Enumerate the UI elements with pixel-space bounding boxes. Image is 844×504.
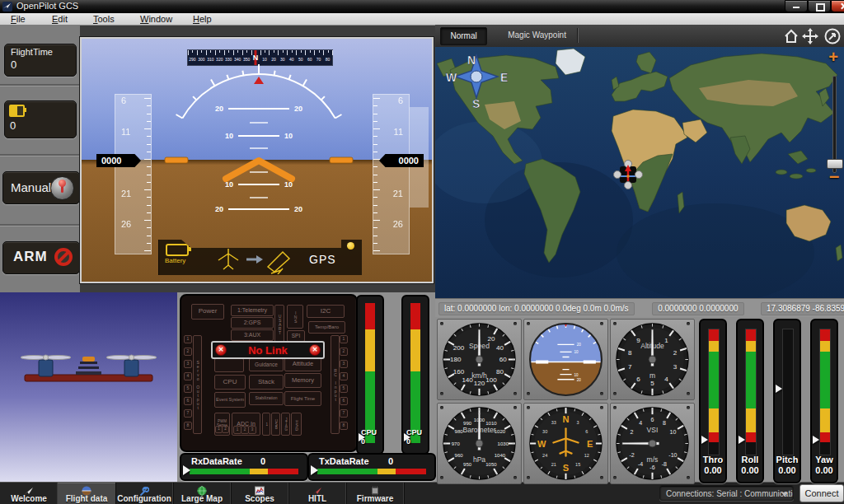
joystick-icon — [50, 176, 74, 200]
svg-text:-4: -4 — [638, 461, 643, 467]
stick-segment — [746, 408, 756, 432]
connections-dropdown[interactable]: Connections: Serial : Communications ... — [659, 485, 794, 501]
arm-button[interactable]: ARM — [2, 241, 80, 274]
health-box-servo: Servo Output — [193, 335, 202, 434]
stick-segment — [746, 432, 756, 442]
wrench-icon — [139, 484, 149, 494]
health-box-usart3: 3:AUX — [231, 329, 274, 341]
error-x-icon: ✕ — [215, 344, 227, 356]
svg-text:5: 5 — [650, 380, 654, 387]
cpu-value: 0 — [361, 437, 365, 446]
stick-segment — [746, 352, 756, 408]
taskbar-tab-hitl[interactable]: HITL — [288, 483, 347, 504]
svg-text:6: 6 — [636, 376, 640, 383]
screw — [687, 406, 690, 409]
quadcopter-model — [0, 292, 177, 482]
window-title: OpenPilot GCS — [16, 1, 78, 11]
svg-text:10: 10 — [225, 132, 233, 140]
map-canvas[interactable]: N W E S — [435, 47, 844, 298]
flight-mode-button[interactable]: Manual — [2, 171, 80, 204]
svg-text:20: 20 — [294, 205, 302, 213]
health-box-ftime: Flight Time — [284, 391, 321, 406]
cpu-track — [410, 303, 420, 443]
map-pan-icon[interactable] — [801, 27, 819, 45]
svg-text:120: 120 — [474, 380, 485, 387]
svg-text:950: 950 — [463, 462, 472, 467]
menu-edit[interactable]: Edit — [45, 13, 75, 25]
stick-label: Thro — [701, 455, 725, 464]
svg-text:S: S — [563, 463, 569, 473]
stick-track — [782, 329, 794, 455]
screw — [513, 476, 517, 479]
model-3d-view[interactable] — [0, 292, 177, 482]
health-box-tempbaro: Temp/Baro — [308, 321, 345, 334]
taskbar-tab-label: Scopes — [231, 494, 288, 503]
map-tab-normal[interactable]: Normal — [440, 27, 487, 45]
svg-text:E: E — [500, 71, 508, 84]
connections-label: Connections: Serial : Communications ... — [666, 489, 794, 498]
health-box-usart: USART — [274, 305, 284, 343]
rate-label: TxDataRate — [319, 456, 369, 466]
connect-button[interactable]: Connect — [799, 484, 844, 502]
svg-text:21: 21 — [551, 462, 556, 467]
taskbar-tab-scopes[interactable]: Scopes — [231, 483, 289, 504]
stick-value: 0.00 — [701, 465, 725, 475]
data-rate-rx: RxDataRate0 — [180, 453, 308, 481]
menu-tools[interactable]: Tools — [86, 13, 122, 25]
gps-status-led — [347, 242, 354, 250]
taskbar-tab-firmware[interactable]: Firmware — [346, 483, 405, 504]
map-tab-magic-waypoint[interactable]: Magic Waypoint — [494, 27, 580, 44]
rate-bar-segment — [377, 469, 396, 474]
flight-mode-label: Manual — [11, 180, 51, 194]
cpu-segment — [410, 303, 420, 329]
stick-segment — [820, 341, 830, 352]
map-zoom-out-button[interactable]: – — [828, 172, 841, 184]
screw — [613, 322, 617, 325]
minimize-button[interactable] — [785, 0, 808, 12]
battery-value: 0 — [10, 119, 16, 132]
menu-help[interactable]: Help — [185, 13, 219, 25]
stick-segment — [746, 329, 756, 341]
menu-file[interactable]: File — [3, 13, 33, 25]
taskbar-tab-label: Configuration — [115, 494, 173, 503]
rc-channel: 8 — [340, 422, 348, 430]
screw — [613, 406, 617, 409]
svg-text:10: 10 — [669, 429, 676, 435]
cpu-label: CPU — [361, 428, 377, 436]
close-button[interactable] — [831, 0, 844, 12]
rate-bar — [317, 469, 426, 474]
battery-indicator: 0 — [4, 100, 77, 138]
taskbar-tab-welcome[interactable]: Welcome — [0, 483, 59, 504]
taskbar-tab-configuration[interactable]: Configuration — [115, 483, 174, 504]
map-home-icon[interactable] — [782, 27, 800, 45]
stick-value: 0.00 — [812, 465, 837, 475]
screw — [513, 406, 517, 409]
map-orient-icon[interactable] — [823, 27, 842, 45]
svg-text:12: 12 — [584, 453, 589, 458]
svg-text:7: 7 — [628, 363, 632, 371]
svg-text:N: N — [562, 414, 569, 424]
screw — [527, 476, 530, 479]
svg-text:1050: 1050 — [485, 462, 497, 467]
svg-text:1030: 1030 — [498, 441, 509, 446]
map-zoom-in-button[interactable]: + — [826, 49, 841, 64]
screw — [687, 322, 690, 325]
taskbar-tab-flight-data[interactable]: Flight data — [58, 483, 116, 504]
svg-text:m: m — [649, 371, 655, 380]
health-box-ins: INS — [287, 305, 303, 329]
pwm-channel: 2 — [222, 426, 229, 433]
svg-text:3: 3 — [577, 420, 579, 425]
error-x-icon: ✕ — [309, 344, 321, 356]
taskbar-tab-large-map[interactable]: Large Map — [173, 483, 232, 504]
svg-text:hPa: hPa — [473, 455, 485, 464]
toolbar-divider — [577, 28, 579, 43]
menu-window[interactable]: Window — [133, 13, 180, 25]
svg-text:15: 15 — [575, 462, 580, 467]
svg-text:20: 20 — [294, 105, 302, 113]
health-box-power: Power — [191, 304, 224, 320]
title-bar[interactable]: OpenPilot GCS — [0, 0, 844, 13]
rate-pointer — [311, 465, 318, 475]
map-status-segment: 17.3086879 -86.8359375 — [761, 302, 844, 315]
maximize-button[interactable] — [808, 0, 831, 12]
gps-link-icons — [217, 247, 303, 274]
